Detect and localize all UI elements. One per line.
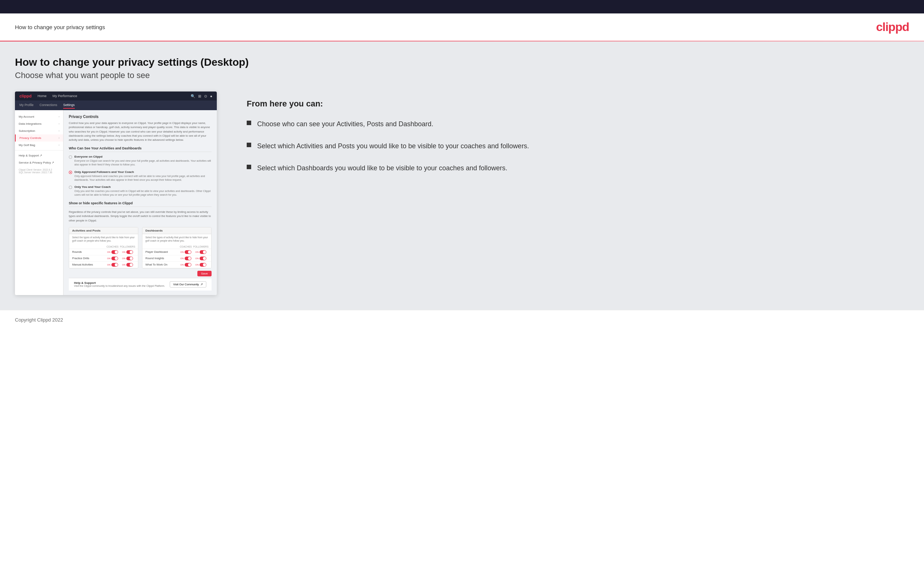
radio-coach-only: Only You and Your Coach Only you and the… bbox=[69, 185, 212, 197]
bullet-item-1: Choose who can see your Activities, Post… bbox=[247, 119, 901, 129]
subnav-settings[interactable]: Settings bbox=[63, 102, 75, 109]
bullet-item-3: Select which Dashboards you would like t… bbox=[247, 163, 901, 173]
round-insights-coaches-toggle[interactable] bbox=[185, 256, 191, 260]
radio-followers-label: Only Approved Followers and Your Coach bbox=[74, 170, 212, 174]
activities-toggle-header: COACHES FOLLOWERS bbox=[69, 245, 138, 249]
radio-coach-only-button[interactable] bbox=[69, 185, 72, 189]
right-panel: From here you can: Choose who can see yo… bbox=[232, 92, 909, 193]
bullet-square-icon bbox=[247, 165, 251, 169]
external-link-icon: ↗ bbox=[200, 283, 203, 286]
dashboards-header: Dashboards bbox=[142, 227, 211, 234]
bullet-square-icon bbox=[247, 143, 251, 147]
save-button[interactable]: Save bbox=[197, 271, 212, 276]
help-bar-title: Help & Support bbox=[74, 281, 165, 285]
drills-followers-toggle[interactable] bbox=[126, 256, 133, 260]
help-bar-desc: Visit the Clippd community to troublesho… bbox=[74, 285, 165, 287]
radio-everyone-label: Everyone on Clippd bbox=[74, 155, 212, 158]
work-on-coaches-toggle[interactable] bbox=[185, 263, 191, 267]
show-hide-section: Show or hide specific features in Clippd… bbox=[69, 201, 212, 278]
app-body: My Account › Data Integrations › Subscri… bbox=[15, 110, 217, 295]
app-nav-performance: My Performance bbox=[52, 94, 77, 98]
player-dash-followers-toggle[interactable] bbox=[200, 250, 206, 254]
visit-community-button[interactable]: Visit Our Community ↗ bbox=[170, 281, 206, 288]
toggle-practice-drills: Practice Drills ON ON bbox=[69, 255, 138, 262]
drills-coaches-toggle[interactable] bbox=[111, 256, 118, 260]
page-heading: How to change your privacy settings (Des… bbox=[15, 56, 909, 68]
toggle-rounds: Rounds ON ON bbox=[69, 249, 138, 255]
show-hide-desc: Regardless of the privacy controls that … bbox=[69, 210, 212, 222]
bullet-square-icon bbox=[247, 121, 251, 125]
app-nav-logo: clippd bbox=[19, 94, 31, 98]
sidebar-data-integrations[interactable]: Data Integrations › bbox=[15, 120, 63, 127]
app-nav-icons: 🔍 ⊞ ⊙ ● bbox=[191, 94, 212, 98]
app-screenshot: clippd Home My Performance 🔍 ⊞ ⊙ ● My Pr… bbox=[15, 92, 217, 295]
bullet-item-2: Select which Activities and Posts you wo… bbox=[247, 141, 901, 151]
radio-everyone: Everyone on Clippd Everyone on Clippd ca… bbox=[69, 155, 212, 166]
chevron-right-icon: › bbox=[59, 115, 60, 118]
rounds-coaches-toggle[interactable] bbox=[111, 250, 118, 254]
header: How to change your privacy settings clip… bbox=[0, 13, 924, 41]
work-on-followers-toggle[interactable] bbox=[200, 263, 206, 267]
show-hide-title: Show or hide specific features in Clippd bbox=[69, 201, 212, 207]
subnav-myprofile[interactable]: My Profile bbox=[19, 102, 34, 109]
chevron-right-icon: › bbox=[59, 137, 60, 139]
round-insights-followers-toggle[interactable] bbox=[200, 256, 206, 260]
bullet-list: Choose who can see your Activities, Post… bbox=[247, 119, 901, 173]
logo: clippd bbox=[876, 20, 909, 34]
rounds-followers-toggle[interactable] bbox=[126, 250, 133, 254]
app-nav-home: Home bbox=[37, 94, 46, 98]
privacy-controls-title: Privacy Controls bbox=[69, 114, 212, 119]
sidebar-my-golf-bag[interactable]: My Golf Bag › bbox=[15, 142, 63, 148]
app-sidebar: My Account › Data Integrations › Subscri… bbox=[15, 110, 63, 295]
top-bar bbox=[0, 0, 924, 13]
app-subnav: My Profile Connections Settings bbox=[15, 100, 217, 110]
radio-everyone-button[interactable] bbox=[69, 155, 72, 159]
app-nav: clippd Home My Performance 🔍 ⊞ ⊙ ● bbox=[15, 92, 217, 100]
sidebar-subscription[interactable]: Subscription › bbox=[15, 127, 63, 134]
activities-posts-col: Activities and Posts Select the types of… bbox=[69, 227, 138, 269]
save-row: Save bbox=[69, 269, 212, 278]
toggle-what-to-work-on: What To Work On ON ON bbox=[142, 262, 211, 268]
sidebar-help-support[interactable]: Help & Support ↗ bbox=[15, 152, 63, 159]
sidebar-privacy-controls[interactable]: Privacy Controls › bbox=[15, 134, 63, 142]
search-icon: 🔍 bbox=[191, 94, 195, 98]
dashboards-col: Dashboards Select the types of activity … bbox=[142, 227, 212, 269]
settings-icon: ⊙ bbox=[204, 94, 207, 98]
manual-coaches-toggle[interactable] bbox=[111, 263, 118, 267]
toggle-round-insights: Round Insights ON ON bbox=[142, 255, 211, 262]
app-main-panel: Privacy Controls Control how you and you… bbox=[63, 110, 217, 295]
bullet-text-3: Select which Dashboards you would like t… bbox=[257, 163, 507, 173]
footer: Copyright Clippd 2022 bbox=[0, 310, 924, 329]
activities-posts-desc: Select the types of activity that you'd … bbox=[69, 234, 138, 245]
from-here-title: From here you can: bbox=[247, 99, 901, 109]
bullet-text-2: Select which Activities and Posts you wo… bbox=[257, 141, 529, 151]
sidebar-service-privacy[interactable]: Service & Privacy Policy ↗ bbox=[15, 159, 63, 166]
chevron-right-icon: › bbox=[59, 144, 60, 147]
chevron-right-icon: › bbox=[59, 122, 60, 125]
page-subheading: Choose what you want people to see bbox=[15, 71, 909, 80]
radio-followers: Only Approved Followers and Your Coach O… bbox=[69, 170, 212, 182]
subnav-connections[interactable]: Connections bbox=[40, 102, 57, 109]
bullet-text-1: Choose who can see your Activities, Post… bbox=[257, 119, 433, 129]
who-can-see-title: Who Can See Your Activities and Dashboar… bbox=[69, 147, 212, 152]
main-content: How to change your privacy settings (Des… bbox=[0, 42, 924, 310]
radio-coach-only-label: Only You and Your Coach bbox=[74, 185, 212, 189]
sidebar-version: Clippd Client Version: 2022.8.2SQL Serve… bbox=[15, 166, 63, 176]
two-column-layout: clippd Home My Performance 🔍 ⊞ ⊙ ● My Pr… bbox=[15, 92, 909, 295]
header-title: How to change your privacy settings bbox=[15, 24, 105, 30]
player-dash-coaches-toggle[interactable] bbox=[185, 250, 191, 254]
footer-copyright: Copyright Clippd 2022 bbox=[15, 317, 63, 323]
avatar-icon: ● bbox=[210, 94, 212, 98]
chevron-right-icon: › bbox=[59, 130, 60, 132]
sidebar-divider bbox=[15, 150, 63, 150]
sidebar-my-account[interactable]: My Account › bbox=[15, 113, 63, 120]
radio-followers-button[interactable] bbox=[69, 171, 72, 174]
feature-columns: Activities and Posts Select the types of… bbox=[69, 227, 212, 269]
radio-followers-desc: Only approved followers and coaches you … bbox=[74, 174, 212, 182]
radio-everyone-desc: Everyone on Clippd can search for you an… bbox=[74, 159, 212, 166]
dashboards-desc: Select the types of activity that you'd … bbox=[142, 234, 211, 245]
help-bar: Help & Support Visit the Clippd communit… bbox=[69, 278, 212, 290]
manual-followers-toggle[interactable] bbox=[126, 263, 133, 267]
radio-coach-only-desc: Only you and the coaches you connect wit… bbox=[74, 189, 212, 197]
toggle-manual-activities: Manual Activities ON ON bbox=[69, 262, 138, 268]
